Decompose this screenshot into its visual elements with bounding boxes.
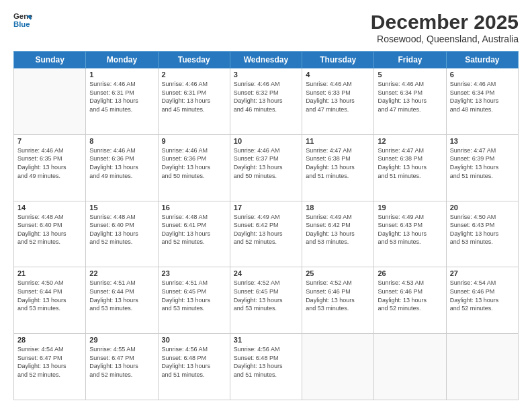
day-number: 18 xyxy=(306,203,370,212)
day-number: 29 xyxy=(89,336,154,344)
cell-content: Sunrise: 4:47 AM Sunset: 6:38 PM Dayligh… xyxy=(306,146,370,180)
weekday-header-monday: Monday xyxy=(86,52,158,68)
subtitle: Rosewood, Queensland, Australia xyxy=(371,34,519,44)
day-number: 6 xyxy=(450,71,515,79)
calendar-cell: 13Sunrise: 4:47 AM Sunset: 6:39 PM Dayli… xyxy=(446,134,518,201)
day-number: 7 xyxy=(17,137,82,145)
calendar-cell: 8Sunrise: 4:46 AM Sunset: 6:36 PM Daylig… xyxy=(86,134,158,201)
cell-content: Sunrise: 4:47 AM Sunset: 6:39 PM Dayligh… xyxy=(450,146,515,180)
cell-content: Sunrise: 4:48 AM Sunset: 6:41 PM Dayligh… xyxy=(162,213,226,246)
day-number: 30 xyxy=(162,336,226,344)
calendar-cell: 23Sunrise: 4:51 AM Sunset: 6:45 PM Dayli… xyxy=(158,267,230,334)
cell-content: Sunrise: 4:46 AM Sunset: 6:31 PM Dayligh… xyxy=(89,80,154,113)
cell-content: Sunrise: 4:55 AM Sunset: 6:47 PM Dayligh… xyxy=(89,345,154,379)
weekday-header-saturday: Saturday xyxy=(446,52,518,68)
calendar-cell xyxy=(446,334,518,400)
week-row-3: 14Sunrise: 4:48 AM Sunset: 6:40 PM Dayli… xyxy=(14,201,519,267)
cell-content: Sunrise: 4:46 AM Sunset: 6:34 PM Dayligh… xyxy=(450,80,515,113)
day-number: 3 xyxy=(234,71,298,79)
day-number: 1 xyxy=(89,71,154,79)
day-number: 31 xyxy=(234,336,298,344)
calendar-cell: 16Sunrise: 4:48 AM Sunset: 6:41 PM Dayli… xyxy=(158,201,230,267)
logo-icon: General Blue xyxy=(13,11,32,30)
day-number: 10 xyxy=(234,137,298,145)
calendar-cell xyxy=(302,334,374,400)
weekday-header-thursday: Thursday xyxy=(302,52,374,68)
day-number: 5 xyxy=(378,71,442,79)
weekday-header-sunday: Sunday xyxy=(14,52,86,68)
calendar-cell: 7Sunrise: 4:46 AM Sunset: 6:35 PM Daylig… xyxy=(14,134,86,201)
cell-content: Sunrise: 4:56 AM Sunset: 6:48 PM Dayligh… xyxy=(234,345,298,379)
calendar-cell: 5Sunrise: 4:46 AM Sunset: 6:34 PM Daylig… xyxy=(374,68,446,135)
cell-content: Sunrise: 4:47 AM Sunset: 6:38 PM Dayligh… xyxy=(378,146,442,180)
main-title: December 2025 xyxy=(371,11,519,34)
day-number: 22 xyxy=(89,269,154,277)
day-number: 14 xyxy=(17,203,82,212)
calendar-cell: 30Sunrise: 4:56 AM Sunset: 6:48 PM Dayli… xyxy=(158,334,230,400)
cell-content: Sunrise: 4:54 AM Sunset: 6:46 PM Dayligh… xyxy=(450,279,515,312)
cell-content: Sunrise: 4:51 AM Sunset: 6:44 PM Dayligh… xyxy=(89,279,154,312)
day-number: 26 xyxy=(378,269,442,277)
calendar-cell xyxy=(374,334,446,400)
calendar-cell: 12Sunrise: 4:47 AM Sunset: 6:38 PM Dayli… xyxy=(374,134,446,201)
day-number: 15 xyxy=(89,203,154,212)
cell-content: Sunrise: 4:49 AM Sunset: 6:43 PM Dayligh… xyxy=(378,213,442,246)
day-number: 20 xyxy=(450,203,515,212)
calendar-cell: 10Sunrise: 4:46 AM Sunset: 6:37 PM Dayli… xyxy=(230,134,302,201)
day-number: 21 xyxy=(17,269,82,277)
calendar-cell: 1Sunrise: 4:46 AM Sunset: 6:31 PM Daylig… xyxy=(86,68,158,135)
header: General Blue December 2025 Rosewood, Que… xyxy=(13,11,519,44)
calendar-cell: 3Sunrise: 4:46 AM Sunset: 6:32 PM Daylig… xyxy=(230,68,302,135)
calendar-cell: 31Sunrise: 4:56 AM Sunset: 6:48 PM Dayli… xyxy=(230,334,302,400)
cell-content: Sunrise: 4:49 AM Sunset: 6:42 PM Dayligh… xyxy=(306,213,370,246)
day-number: 8 xyxy=(89,137,154,145)
calendar-cell: 19Sunrise: 4:49 AM Sunset: 6:43 PM Dayli… xyxy=(374,201,446,267)
day-number: 12 xyxy=(378,137,442,145)
calendar-cell: 24Sunrise: 4:52 AM Sunset: 6:45 PM Dayli… xyxy=(230,267,302,334)
calendar-cell: 22Sunrise: 4:51 AM Sunset: 6:44 PM Dayli… xyxy=(86,267,158,334)
cell-content: Sunrise: 4:46 AM Sunset: 6:32 PM Dayligh… xyxy=(234,80,298,113)
title-area: December 2025 Rosewood, Queensland, Aust… xyxy=(371,11,519,44)
cell-content: Sunrise: 4:56 AM Sunset: 6:48 PM Dayligh… xyxy=(162,345,226,379)
calendar-cell: 28Sunrise: 4:54 AM Sunset: 6:47 PM Dayli… xyxy=(14,334,86,400)
calendar-cell: 14Sunrise: 4:48 AM Sunset: 6:40 PM Dayli… xyxy=(14,201,86,267)
weekday-header-wednesday: Wednesday xyxy=(230,52,302,68)
week-row-4: 21Sunrise: 4:50 AM Sunset: 6:44 PM Dayli… xyxy=(14,267,519,334)
calendar-cell: 4Sunrise: 4:46 AM Sunset: 6:33 PM Daylig… xyxy=(302,68,374,135)
calendar-cell: 6Sunrise: 4:46 AM Sunset: 6:34 PM Daylig… xyxy=(446,68,518,135)
cell-content: Sunrise: 4:46 AM Sunset: 6:36 PM Dayligh… xyxy=(89,146,154,180)
calendar-table: SundayMondayTuesdayWednesdayThursdayFrid… xyxy=(13,51,519,400)
cell-content: Sunrise: 4:52 AM Sunset: 6:46 PM Dayligh… xyxy=(306,279,370,312)
day-number: 17 xyxy=(234,203,298,212)
day-number: 25 xyxy=(306,269,370,277)
weekday-header-tuesday: Tuesday xyxy=(158,52,230,68)
cell-content: Sunrise: 4:46 AM Sunset: 6:37 PM Dayligh… xyxy=(234,146,298,180)
calendar-cell: 15Sunrise: 4:48 AM Sunset: 6:40 PM Dayli… xyxy=(86,201,158,267)
cell-content: Sunrise: 4:52 AM Sunset: 6:45 PM Dayligh… xyxy=(234,279,298,312)
calendar-cell: 25Sunrise: 4:52 AM Sunset: 6:46 PM Dayli… xyxy=(302,267,374,334)
day-number: 19 xyxy=(378,203,442,212)
cell-content: Sunrise: 4:46 AM Sunset: 6:36 PM Dayligh… xyxy=(162,146,226,180)
calendar-cell: 20Sunrise: 4:50 AM Sunset: 6:43 PM Dayli… xyxy=(446,201,518,267)
calendar-cell: 26Sunrise: 4:53 AM Sunset: 6:46 PM Dayli… xyxy=(374,267,446,334)
week-row-2: 7Sunrise: 4:46 AM Sunset: 6:35 PM Daylig… xyxy=(14,134,519,201)
day-number: 4 xyxy=(306,71,370,79)
cell-content: Sunrise: 4:53 AM Sunset: 6:46 PM Dayligh… xyxy=(378,279,442,312)
day-number: 11 xyxy=(306,137,370,145)
calendar-cell: 21Sunrise: 4:50 AM Sunset: 6:44 PM Dayli… xyxy=(14,267,86,334)
day-number: 23 xyxy=(162,269,226,277)
cell-content: Sunrise: 4:49 AM Sunset: 6:42 PM Dayligh… xyxy=(234,213,298,246)
cell-content: Sunrise: 4:46 AM Sunset: 6:34 PM Dayligh… xyxy=(378,80,442,113)
calendar-cell: 18Sunrise: 4:49 AM Sunset: 6:42 PM Dayli… xyxy=(302,201,374,267)
calendar-cell: 29Sunrise: 4:55 AM Sunset: 6:47 PM Dayli… xyxy=(86,334,158,400)
cell-content: Sunrise: 4:54 AM Sunset: 6:47 PM Dayligh… xyxy=(17,345,82,379)
week-row-1: 1Sunrise: 4:46 AM Sunset: 6:31 PM Daylig… xyxy=(14,68,519,135)
calendar-cell: 9Sunrise: 4:46 AM Sunset: 6:36 PM Daylig… xyxy=(158,134,230,201)
calendar-cell: 17Sunrise: 4:49 AM Sunset: 6:42 PM Dayli… xyxy=(230,201,302,267)
cell-content: Sunrise: 4:48 AM Sunset: 6:40 PM Dayligh… xyxy=(89,213,154,246)
week-row-5: 28Sunrise: 4:54 AM Sunset: 6:47 PM Dayli… xyxy=(14,334,519,400)
page: General Blue December 2025 Rosewood, Que… xyxy=(0,0,532,411)
weekday-header-friday: Friday xyxy=(374,52,446,68)
weekday-header-row: SundayMondayTuesdayWednesdayThursdayFrid… xyxy=(14,52,519,68)
day-number: 27 xyxy=(450,269,515,277)
